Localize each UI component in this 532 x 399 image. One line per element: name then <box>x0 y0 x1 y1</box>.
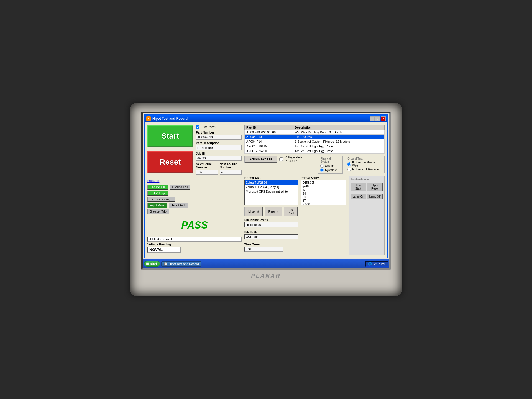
description-cell: 1 Section of Custom Fixtures- 12 Models … <box>293 139 385 144</box>
close-button[interactable]: ✕ <box>381 116 386 121</box>
serial-failure-row: Next Serial Number Next Failure Number <box>196 162 242 176</box>
file-name-prefix-title: File Name Prefix <box>244 218 298 222</box>
file-path-input[interactable] <box>244 234 298 239</box>
monitor-brand: PLANAR <box>141 273 391 279</box>
system1-row: System 1 <box>320 164 340 168</box>
troubleshooting-title: Troubleshooting <box>351 178 383 181</box>
physical-system-group: Physical System System 1 System 2 <box>318 156 343 174</box>
title-bar-text: Hipot Test and Record <box>152 117 188 121</box>
printer-copy-item: R37.0 <box>302 203 344 205</box>
table-row[interactable]: AR001-536115Ami 1K Soft Light Egg Crate <box>245 144 385 149</box>
voltage-meter-checkbox[interactable] <box>279 157 283 161</box>
lamp-off-button[interactable]: Lamp Off <box>367 194 383 200</box>
taskbar-window-label: Hipot Test and Record <box>169 262 199 265</box>
ground-ok-button[interactable]: Ground OK <box>147 185 168 190</box>
windows-logo-icon: ⊞ <box>146 262 149 266</box>
taskbar: ⊞ start 📋 Hipot Test and Record 🌐 2:07 P… <box>143 259 389 268</box>
time-zone-input[interactable] <box>244 247 283 252</box>
next-failure-input[interactable] <box>220 170 242 175</box>
system2-row: System 2 <box>320 168 340 172</box>
action-buttons: Start Reset <box>147 125 193 176</box>
time-zone-title: Time Zone <box>244 243 298 246</box>
first-pass-checkbox[interactable] <box>196 125 200 129</box>
part-id-cell: AR001-536200 <box>245 149 293 154</box>
full-voltage-button[interactable]: Full Voltage <box>147 191 168 196</box>
ground-row: Ground OK Ground Fail <box>147 185 242 190</box>
printer-copy-section: Printer Copy Q153.025q448iNS4D92TR37.0N4… <box>301 176 346 255</box>
description-cell: Ami 2K Soft Light Egg Crate <box>293 149 385 154</box>
excess-leakage-button[interactable]: Excess Leakage <box>147 197 175 202</box>
part-id-cell: AR001-536115 <box>245 144 293 149</box>
fixture-not-grounded-row: Fixture NOT Grounded <box>347 168 382 171</box>
results-title: Results <box>147 179 242 183</box>
taskbar-clock: 🌐 2:07 PM <box>365 261 388 267</box>
taskbar-app-button[interactable]: 📋 Hipot Test and Record <box>161 261 201 267</box>
maximize-button[interactable]: □ <box>375 116 380 121</box>
part-id-cell: AP003-13R24539900 <box>245 130 293 135</box>
hipot-start-trouble-button[interactable]: HipotStart <box>351 183 366 191</box>
job-id-input[interactable] <box>196 156 242 161</box>
reset-button[interactable]: Reset <box>147 151 193 173</box>
lamp-buttons: Lamp On Lamp Off <box>351 194 383 200</box>
printer-list-item[interactable]: Zebra TLP2824 <box>245 180 298 185</box>
voltage-reading-label: Voltage Reading <box>147 243 242 246</box>
lamp-on-button[interactable]: Lamp On <box>351 194 366 200</box>
printer-list-item[interactable]: Microsoft XPS Document Writer <box>245 189 298 194</box>
breaker-trip-button[interactable]: Breaker Trip <box>147 209 169 214</box>
printer-copy-item: q448 <box>302 185 344 188</box>
next-serial-label: Next Serial Number <box>196 162 218 169</box>
printer-list-box[interactable]: Zebra TLP2824Zebra TLP2824 [Copy 1]Micro… <box>244 180 298 205</box>
monitor: H Hipot Test and Record _ □ ✕ Start Re <box>130 103 402 296</box>
start-taskbar-button[interactable]: ⊞ start <box>144 261 160 267</box>
system1-radio[interactable] <box>320 164 324 168</box>
first-pass-label: First Pass? <box>201 125 216 129</box>
table-row[interactable]: AP004-F10F10 Fixtures <box>245 135 385 139</box>
time-zone-section: Time Zone <box>244 243 298 253</box>
print-buttons-row: Misprint Reprint Test Print <box>244 207 298 216</box>
part-number-label: Part Number <box>196 131 242 134</box>
table-row[interactable]: AR001-536200Ami 2K Soft Light Egg Crate <box>245 149 385 154</box>
description-cell: F10 Fixtures <box>293 135 385 139</box>
fixture-grounded-label: Fixture Has Ground Wire <box>352 161 382 167</box>
table-row[interactable]: AP003-13R24539900WireWay Bambay Door L3 … <box>245 130 385 135</box>
admin-access-button[interactable]: Admin Access <box>244 156 277 163</box>
hipot-pass-button[interactable]: Hipot Pass <box>147 203 167 208</box>
ground-test-group: Ground Test Fixture Has Ground Wire Fixt… <box>345 156 385 173</box>
hipot-reset-trouble-button[interactable]: HipotReset <box>367 183 383 191</box>
fixture-grounded-radio[interactable] <box>347 162 351 166</box>
system2-label: System 2 <box>325 168 337 172</box>
printer-list-title: Printer List <box>244 176 298 179</box>
app-window: H Hipot Test and Record _ □ ✕ Start Re <box>144 114 388 258</box>
description-cell: Ami 1K Soft Light Egg Crate <box>293 144 385 149</box>
table-row[interactable]: AP004-F141 Section of Custom Fixtures- 1… <box>245 139 385 144</box>
file-name-prefix-input[interactable] <box>244 222 298 227</box>
leakage-row: Excess Leakage <box>147 197 242 202</box>
voltage-meter-label: Voltage Meter Present? <box>285 156 316 162</box>
mid-controls-row: Admin Access Voltage Meter Present? Phys… <box>244 156 385 174</box>
physical-system-title: Physical System <box>320 157 340 163</box>
test-print-button[interactable]: Test Print <box>284 207 298 216</box>
printer-copy-list[interactable]: Q153.025q448iNS4D92TR37.0N46.5.0.3.1.1 N… <box>301 180 346 205</box>
part-desc-input[interactable] <box>196 145 242 150</box>
network-icon: 🌐 <box>368 262 372 266</box>
printer-copy-title: Printer Copy <box>301 176 346 179</box>
results-section: Results Ground OK Ground Fail Full Volta… <box>147 179 242 253</box>
troubleshoot-buttons: HipotStart HipotReset <box>351 183 383 191</box>
description-cell: WireWay Bambay Door L3 ESI -Flat <box>293 130 385 135</box>
file-name-prefix-section: File Name Prefix <box>244 218 298 229</box>
part-number-input[interactable] <box>196 135 242 140</box>
hipot-fail-button[interactable]: Hipot Fail <box>169 203 188 208</box>
reprint-button[interactable]: Reprint <box>265 207 282 216</box>
printer-copy-item: iN <box>302 188 344 192</box>
printer-list-item[interactable]: Zebra TLP2824 [Copy 1] <box>245 185 298 189</box>
fixture-not-grounded-radio[interactable] <box>347 168 351 171</box>
app-icon: H <box>146 116 151 121</box>
next-serial-input[interactable] <box>196 170 218 175</box>
start-button[interactable]: Start <box>147 125 193 147</box>
misprint-button[interactable]: Misprint <box>244 207 263 216</box>
ground-fail-button[interactable]: Ground Fail <box>170 185 190 190</box>
file-path-section: File Path <box>244 231 298 241</box>
system2-radio[interactable] <box>320 168 324 172</box>
first-pass-row: First Pass? <box>196 125 242 129</box>
minimize-button[interactable]: _ <box>370 116 375 121</box>
